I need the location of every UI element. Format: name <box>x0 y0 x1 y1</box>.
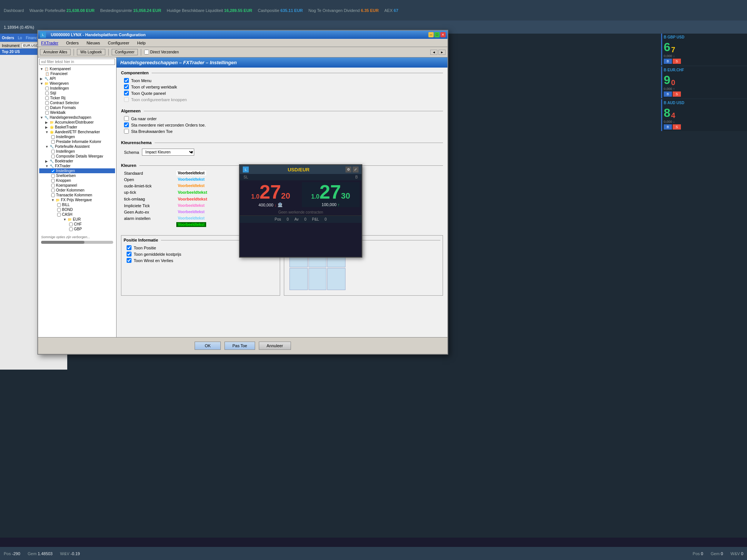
expand-fx-icon[interactable]: ▼ <box>45 164 49 168</box>
eur-chf-sell-btn[interactable]: S <box>673 91 681 97</box>
tree-scrollbar[interactable] <box>41 241 113 244</box>
configureer-btn[interactable]: Configureer <box>112 49 138 55</box>
gbp-checkbox[interactable] <box>69 227 73 231</box>
gbp-sell-btn[interactable]: S <box>673 59 681 64</box>
eur-chf-buy-btn[interactable]: B <box>664 91 672 97</box>
aandeel-inst-checkbox[interactable] <box>51 135 55 139</box>
tree-cash[interactable]: CASH <box>39 212 115 217</box>
ga-naar-order-checkbox[interactable] <box>124 116 129 121</box>
transactie-kolommen-checkbox[interactable] <box>51 193 55 197</box>
close-button[interactable]: ✕ <box>440 32 446 37</box>
koerspaneel2-checkbox[interactable] <box>51 184 55 187</box>
sta-meerdere-checkbox[interactable] <box>124 122 129 127</box>
stijl-checkbox[interactable] <box>45 91 49 95</box>
tree-boektrader[interactable]: ▶ 🔧 Boektrader <box>39 159 115 164</box>
tree-ticker-rij[interactable]: Ticker Rij <box>39 96 115 100</box>
tree-knoppen[interactable]: Knoppen <box>39 178 115 183</box>
aud-usd-sell-btn[interactable]: S <box>673 124 681 130</box>
expand-koerspaneel-icon[interactable]: ▼ <box>40 67 44 71</box>
schema-select[interactable]: Impact Kleuren Standaard Donker <box>142 149 194 156</box>
expand-basket-icon[interactable]: ▶ <box>45 125 49 129</box>
toon-winst-checkbox[interactable] <box>127 258 131 263</box>
tree-chf[interactable]: CHF <box>39 222 115 227</box>
tab-orders[interactable]: Orders <box>2 36 14 40</box>
werkbalk-checkbox[interactable] <box>45 111 49 115</box>
tree-contract-selector[interactable]: Contract Selector <box>39 100 115 105</box>
annuleer-button[interactable]: Annuleer <box>259 342 291 350</box>
toon-menu-checkbox[interactable] <box>124 78 129 83</box>
sta-breuk-checkbox[interactable] <box>124 129 129 134</box>
port-inst-checkbox[interactable] <box>51 150 55 153</box>
fx-instellingen-checkbox[interactable] <box>51 169 55 173</box>
direct-verzenden-checkbox[interactable] <box>144 50 149 55</box>
tree-scrollbar-thumb[interactable] <box>41 241 84 244</box>
toon-config-checkbox[interactable] <box>124 97 129 102</box>
tree-fxtrader[interactable]: ▼ 🔧 FXTrader <box>39 164 115 168</box>
tree-bond[interactable]: BOND <box>39 207 115 212</box>
tree-werkbalk[interactable]: Werkbalk <box>39 110 115 115</box>
bond-checkbox[interactable] <box>57 208 61 212</box>
ok-button[interactable]: OK <box>195 342 221 350</box>
annuleer-alles-btn[interactable]: Annuleer Alles <box>40 49 71 55</box>
tree-sneltoetsen[interactable]: Sneltoetsen <box>39 173 115 178</box>
tree-baskettrader[interactable]: ▶ 🌟 BasketTrader <box>39 125 115 130</box>
expand-weergeven-icon[interactable]: ▼ <box>40 82 44 85</box>
tree-fx-instellingen[interactable]: Instellingen <box>39 168 115 173</box>
prestatie-checkbox[interactable] <box>51 140 55 144</box>
tree-eur[interactable]: ▼ 📁 EUR <box>39 217 115 222</box>
pas-toe-button[interactable]: Pas Toe <box>224 342 255 350</box>
expand-eur-icon[interactable]: ▼ <box>63 218 67 221</box>
tree-stijl[interactable]: Stijl <box>39 91 115 96</box>
menu-nieuws[interactable]: Nieuws <box>86 41 101 45</box>
toon-gem-checkbox[interactable] <box>127 252 131 256</box>
knoppen-checkbox[interactable] <box>51 179 55 183</box>
cash-checkbox[interactable] <box>57 213 61 217</box>
tree-weergeven[interactable]: ▼ 📁 Weergeven <box>39 81 115 86</box>
expand-fx-prijs-icon[interactable]: ▼ <box>51 198 55 202</box>
toon-werkbalk-checkbox[interactable] <box>124 84 129 89</box>
bill-checkbox[interactable] <box>57 203 61 207</box>
expand-api-icon[interactable]: ▶ <box>40 77 44 81</box>
menu-orders[interactable]: Orders <box>65 41 80 45</box>
order-kolommen-checkbox[interactable] <box>51 189 55 192</box>
expand-handels-icon[interactable]: ▼ <box>40 116 44 119</box>
wis-logboek-btn[interactable]: Wis Logboek <box>77 49 105 55</box>
preview-settings-icon[interactable]: ⚙ <box>345 167 351 172</box>
tree-instellingen[interactable]: Instellingen <box>39 86 115 91</box>
tree-portefeuille-ass[interactable]: ▼ 🔧 Portefeuille Assistent <box>39 144 115 149</box>
minimize-button[interactable]: ─ <box>428 32 434 37</box>
menu-help[interactable]: Help <box>136 41 147 45</box>
gbp-buy-btn[interactable]: B <box>664 59 672 64</box>
chf-checkbox[interactable] <box>69 223 73 226</box>
tree-prestatie[interactable]: Prestatie Informatie Kolomr <box>39 139 115 144</box>
tree-aandeel[interactable]: ▼ 🌟 Aandeel/ETF Benchmarker <box>39 130 115 134</box>
aud-usd-buy-btn[interactable]: B <box>664 124 672 130</box>
tree-api[interactable]: ▶ 🔧 API <box>39 76 115 81</box>
tree-accumuleer[interactable]: ▶ 📁 Accumuleer/Distribueer <box>39 120 115 125</box>
expand-boek-icon[interactable]: ▶ <box>45 159 49 163</box>
compositie-checkbox[interactable] <box>51 155 55 158</box>
preview-detach-icon[interactable]: ⤢ <box>353 167 359 172</box>
tab-log[interactable]: Lo <box>18 36 22 40</box>
tree-koerspaneel2[interactable]: Koerspaneel <box>39 183 115 188</box>
menu-fxtrader[interactable]: FXTrader <box>40 41 59 45</box>
instellingen-checkbox[interactable] <box>45 87 49 90</box>
tree-filter-input[interactable] <box>39 59 115 65</box>
sneltoetsen-checkbox[interactable] <box>51 174 55 178</box>
toon-positie-checkbox[interactable] <box>127 245 131 250</box>
tree-order-kolommen[interactable]: Order Kolommen <box>39 188 115 193</box>
tree-port-inst[interactable]: Instellingen <box>39 149 115 154</box>
tree-koerspaneel[interactable]: ▼ 📋 Koerspaneel <box>39 66 115 71</box>
tree-compositie[interactable]: Compositie Details Weergav <box>39 154 115 159</box>
scroll-right-btn[interactable]: ► <box>438 50 446 55</box>
menu-configureer[interactable]: Configureer <box>107 41 130 45</box>
tree-transactie-kolommen[interactable]: Transactie Kolommen <box>39 193 115 197</box>
tree-gbp[interactable]: GBP <box>39 227 115 231</box>
tree-fx-prijs[interactable]: ▼ 📁 FX Prijs Weergave <box>39 197 115 202</box>
ticker-rij-checkbox[interactable] <box>45 96 49 100</box>
datum-formats-checkbox[interactable] <box>45 106 49 110</box>
tree-handelsgereedschappen[interactable]: ▼ 🔧 Handelsgereedschappen <box>39 115 115 120</box>
maximize-button[interactable]: □ <box>434 32 440 37</box>
toon-quote-checkbox[interactable] <box>124 91 129 96</box>
expand-accumuleer-icon[interactable]: ▶ <box>45 121 49 124</box>
